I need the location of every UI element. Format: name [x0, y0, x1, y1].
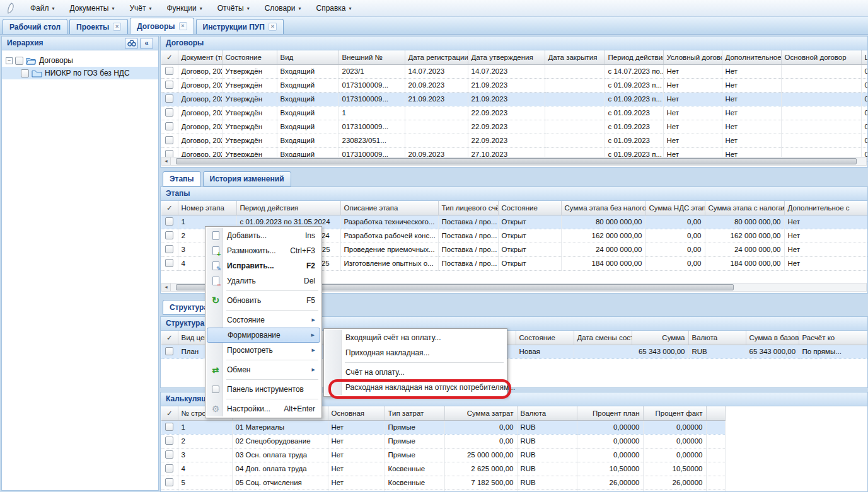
cell[interactable]: 230823/051...	[339, 134, 405, 147]
row-checkbox[interactable]	[165, 259, 173, 267]
cell[interactable]: 6	[178, 489, 232, 492]
cell[interactable]: Нет	[722, 92, 781, 106]
cell[interactable]: Косвенные	[385, 476, 444, 489]
cell[interactable]	[781, 106, 861, 120]
cell[interactable]: 0,00	[645, 243, 705, 256]
cell[interactable]: 1	[339, 106, 405, 120]
column-header[interactable]: Состояние	[222, 50, 277, 64]
cell[interactable]: 26,00000	[643, 476, 706, 489]
cell[interactable]: 2 625 000,00	[444, 462, 517, 476]
cell[interactable]: Открыт	[498, 256, 561, 270]
cell[interactable]: Входящий	[277, 92, 339, 106]
table-row[interactable]: 303 Осн. оплата трудаНетПрямые25 000 000…	[161, 448, 725, 462]
column-header[interactable]: Вид	[277, 50, 339, 64]
cell[interactable]	[781, 92, 861, 106]
cell[interactable]: с 01.09.2023	[605, 134, 663, 147]
cell[interactable]: 0,00000	[643, 448, 706, 462]
cell[interactable]: Утверждён	[222, 106, 277, 120]
cell[interactable]: 2	[178, 434, 232, 448]
column-header[interactable]: Номер этапа	[178, 201, 236, 215]
cell[interactable]: RUB	[517, 489, 577, 492]
cell[interactable]: 0173100009...	[339, 92, 405, 106]
table-row[interactable]: Договор, 2023/...УтверждёнВходящий017310…	[161, 120, 868, 134]
column-header[interactable]: Валюта	[517, 406, 577, 420]
cell[interactable]: Нет	[663, 92, 722, 106]
cell[interactable]	[545, 92, 605, 106]
row-checkbox[interactable]	[165, 217, 173, 226]
row-checkbox[interactable]	[165, 108, 173, 117]
cell[interactable]: Нет	[722, 64, 781, 78]
column-header-check[interactable]: ✓	[161, 50, 178, 64]
row-checkbox[interactable]	[165, 94, 173, 103]
cell[interactable]	[706, 462, 725, 476]
cell[interactable]: 14.07.2023	[405, 64, 468, 78]
cell[interactable]: 24 000 000,00	[561, 243, 645, 256]
cell[interactable]: 0	[861, 134, 868, 147]
row-checkbox[interactable]	[165, 437, 173, 445]
cell[interactable]: 01 Материалы	[232, 420, 328, 434]
cell[interactable]: Утверждён	[222, 92, 277, 106]
cell[interactable]: Входящий	[277, 134, 339, 147]
close-icon[interactable]: ×	[179, 22, 187, 30]
cell[interactable]: Прямые	[385, 489, 444, 492]
cell[interactable]: 0	[861, 120, 868, 134]
cell[interactable]: Нет	[328, 462, 385, 476]
close-icon[interactable]: ×	[113, 23, 121, 31]
cell[interactable]: 162 000 000,00	[705, 229, 784, 243]
cell[interactable]: Нет	[784, 243, 868, 256]
collapse-panel-button[interactable]: «	[140, 38, 153, 49]
row-checkbox[interactable]	[165, 423, 173, 431]
cell[interactable]: 10,50000	[577, 462, 643, 476]
table-row[interactable]: Договор, 2023/...УтверждёнВходящий122.09…	[161, 106, 868, 120]
table-row[interactable]: 101 МатериалыНетПрямые0,00RUB0,000000,00…	[161, 420, 725, 434]
cell[interactable]: 0	[861, 106, 868, 120]
tab-Инструкции ПУП[interactable]: Инструкции ПУП×	[196, 19, 284, 34]
cell[interactable]	[781, 120, 861, 134]
column-header[interactable]: Состояние	[498, 201, 561, 215]
cell[interactable]: 3	[178, 448, 232, 462]
cell[interactable]: 0,00	[444, 420, 517, 434]
cell[interactable]: Нет	[722, 78, 781, 92]
cell[interactable]: с 01.09.2023 п...	[605, 78, 663, 92]
column-header[interactable]: Расчёт ко	[799, 331, 868, 345]
cell[interactable]: Открыт	[498, 229, 561, 243]
column-header[interactable]: Дата смены состоя	[574, 331, 632, 345]
column-header[interactable]: Сумма	[632, 331, 688, 345]
cell[interactable]: Косвенные	[385, 462, 444, 476]
cell[interactable]: Нет	[722, 120, 781, 134]
tree-item-dogovory[interactable]: − Договоры	[2, 54, 158, 67]
cell[interactable]	[781, 134, 861, 147]
cell[interactable]: 0	[861, 92, 868, 106]
cell[interactable]: Нет	[663, 120, 722, 134]
cell[interactable]: 0,00000	[643, 489, 706, 492]
row-checkbox[interactable]	[165, 450, 173, 459]
table-row[interactable]: Договор, 2023/...УтверждёнВходящий017310…	[161, 92, 868, 106]
menu-item-Добавить[interactable]: Добавить...Ins	[207, 228, 320, 243]
cell[interactable]: Поставка / про...	[438, 229, 498, 243]
cell[interactable]: 0,00000	[643, 420, 706, 434]
close-icon[interactable]: ×	[269, 23, 277, 31]
cell[interactable]: 14.07.2023	[468, 64, 545, 78]
cell[interactable]: 10,50000	[643, 462, 706, 476]
scroll-thumb[interactable]	[176, 158, 857, 164]
cell[interactable]	[405, 120, 468, 134]
cell[interactable]: Изготовление опытных о...	[340, 256, 438, 270]
menu-item-Размножить[interactable]: Размножить...Ctrl+F3	[207, 243, 320, 258]
cell[interactable]	[574, 345, 632, 358]
cell[interactable]: 06 Прочие прямые	[232, 489, 328, 492]
menubar-item-Учёт[interactable]: Учёт▾	[122, 1, 159, 15]
table-row[interactable]: 404 Доп. оплата трудаНетКосвенные2 625 0…	[161, 462, 725, 476]
cell[interactable]: Договор, 2023/...	[178, 134, 222, 147]
cell[interactable]	[706, 434, 725, 448]
cell[interactable]: Поставка / про...	[438, 243, 498, 256]
cell[interactable]: RUB	[517, 476, 577, 489]
row-checkbox[interactable]	[165, 464, 173, 472]
cell[interactable]: Прямые	[385, 448, 444, 462]
cell[interactable]: Открыт	[498, 215, 561, 229]
cell[interactable]	[405, 134, 468, 147]
menu-item-Формирование[interactable]: Формирование▶	[207, 328, 320, 343]
row-checkbox[interactable]	[165, 478, 173, 486]
cell[interactable]: 7 182 500,00	[444, 476, 517, 489]
column-header[interactable]: Тип лицевого счёт	[438, 201, 498, 215]
cell[interactable]	[545, 134, 605, 147]
